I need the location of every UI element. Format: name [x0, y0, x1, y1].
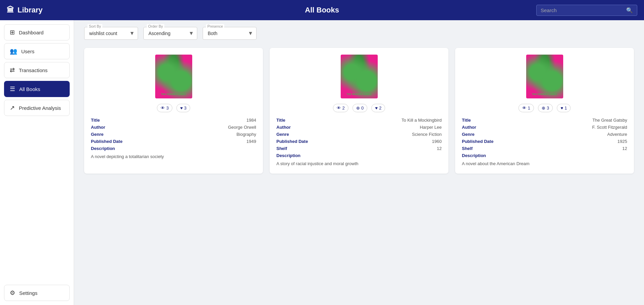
detail-label: Title	[91, 118, 100, 123]
main-content: Sort By wishlist count title author publ…	[74, 20, 644, 305]
sidebar-item-label: Users	[21, 49, 34, 54]
book-card-1984: 👁 3 ♥ 3 Title 1984 Author George Orwell	[84, 48, 263, 174]
detail-label: Description	[91, 146, 115, 151]
book-detail-author: Author F. Scott Fitzgerald	[462, 125, 627, 130]
eye-icon: 👁	[337, 105, 341, 111]
book-detail-shelf: Shelf 12	[462, 146, 627, 151]
brand-icon: 🏛	[7, 6, 14, 14]
detail-label: Published Date	[91, 139, 123, 144]
detail-value: George Orwell	[228, 125, 256, 130]
heart-icon: ♥	[180, 105, 183, 111]
book-cover-image-mockingbird	[341, 55, 378, 98]
sort-by-label: Sort By	[88, 24, 102, 28]
book-cover-gatsby	[462, 55, 627, 98]
sort-by-select[interactable]: wishlist count title author published da…	[84, 27, 138, 40]
detail-value: 1960	[432, 139, 442, 144]
detail-label: Description	[276, 153, 301, 158]
detail-label: Shelf	[462, 146, 473, 151]
book-detail-author: Author George Orwell	[91, 125, 256, 130]
book-detail-title: Title To Kill a Mockingbird	[276, 118, 442, 123]
detail-value: F. Scott Fitzgerald	[592, 125, 627, 130]
book-detail-published: Published Date 1949	[91, 139, 256, 144]
book-cover-image-1984	[155, 55, 192, 98]
views-count: 2	[342, 105, 345, 111]
detail-label: Genre	[462, 132, 475, 137]
gear-icon: ⚙	[10, 289, 15, 297]
heart-icon: ♥	[561, 105, 563, 111]
sidebar-item-predictive-analysis[interactable]: ↗ Predictive Analysis	[4, 100, 70, 116]
book-description-1984: A novel depicting a totalitarian society	[91, 154, 256, 160]
detail-label: Author	[91, 125, 105, 130]
detail-label: Shelf	[276, 146, 287, 151]
book-cover-1984	[91, 55, 256, 98]
stack-icon: ⊕	[356, 105, 360, 111]
order-by-group: Order By Ascending Descending ▼	[143, 27, 197, 40]
grid-icon: ⊞	[10, 29, 15, 36]
book-card-mockingbird: 👁 2 ⊕ 0 ♥ 2 Title To Kill a Mockingbird	[270, 48, 448, 174]
book-description-mockingbird: A story of racial injustice and moral gr…	[276, 161, 442, 167]
eye-icon: 👁	[522, 105, 527, 111]
detail-label: Description	[462, 153, 486, 158]
sidebar-item-label: Transactions	[19, 67, 47, 73]
book-detail-author: Author Harper Lee	[276, 125, 442, 130]
book-stats-gatsby: 👁 1 ⊕ 3 ♥ 1	[462, 104, 627, 112]
sidebar-item-label: Dashboard	[19, 30, 43, 35]
detail-value: Science Fiction	[412, 132, 442, 137]
layout: ⊞ Dashboard 👥 Users ⇄ Transactions ☰ All…	[0, 20, 644, 305]
views-count: 1	[528, 105, 530, 111]
book-stats-1984: 👁 3 ♥ 3	[91, 104, 256, 112]
sidebar-item-all-books[interactable]: ☰ All Books	[4, 81, 70, 97]
detail-value: Biography	[236, 132, 256, 137]
views-badge-mockingbird: 👁 2	[333, 104, 348, 112]
search-input[interactable]	[541, 7, 623, 13]
arrows-icon: ⇄	[10, 66, 15, 74]
sidebar-item-users[interactable]: 👥 Users	[4, 43, 70, 59]
views-badge-gatsby: 👁 1	[518, 104, 534, 112]
book-stats-mockingbird: 👁 2 ⊕ 0 ♥ 2	[276, 104, 442, 112]
users-icon: 👥	[10, 48, 17, 55]
order-by-select[interactable]: Ascending Descending	[143, 27, 197, 40]
order-by-label: Order By	[147, 24, 164, 28]
book-detail-genre: Genre Biography	[91, 132, 256, 137]
top-nav: 🏛 Library All Books 🔍	[0, 0, 644, 20]
book-detail-genre: Genre Adventure	[462, 132, 627, 137]
book-detail-published: Published Date 1925	[462, 139, 627, 144]
sidebar-item-dashboard[interactable]: ⊞ Dashboard	[4, 24, 70, 40]
sidebar-item-settings[interactable]: ⚙ Settings	[4, 285, 70, 301]
chart-icon: ↗	[10, 104, 15, 112]
detail-value: 1925	[617, 139, 627, 144]
books-grid: 👁 3 ♥ 3 Title 1984 Author George Orwell	[84, 48, 634, 174]
detail-label: Published Date	[276, 139, 308, 144]
sidebar-item-label: Predictive Analysis	[19, 105, 61, 111]
books-icon: ☰	[10, 85, 15, 93]
detail-label: Genre	[91, 132, 104, 137]
sidebar-item-label: Settings	[19, 290, 37, 296]
hearts-count: 3	[184, 105, 187, 111]
search-box[interactable]: 🔍	[536, 5, 637, 16]
book-description-gatsby: A novel about the American Dream	[462, 161, 627, 167]
stacks-count: 3	[547, 105, 549, 111]
detail-value: 12	[437, 146, 442, 151]
hearts-count: 1	[565, 105, 567, 111]
detail-value: 1949	[246, 139, 256, 144]
detail-label: Title	[462, 118, 471, 123]
detail-label: Author	[462, 125, 476, 130]
book-cover-image-gatsby	[526, 55, 563, 98]
book-detail-desc-label: Description	[91, 146, 256, 151]
hearts-badge-mockingbird: ♥ 2	[371, 104, 385, 112]
detail-value: To Kill a Mockingbird	[402, 118, 442, 123]
sidebar-item-label: All Books	[19, 86, 40, 92]
presence-select[interactable]: Both Physical Digital	[203, 27, 257, 40]
search-icon: 🔍	[626, 7, 633, 13]
stacks-count: 0	[361, 105, 364, 111]
hearts-badge-1984: ♥ 3	[176, 104, 190, 112]
sort-by-group: Sort By wishlist count title author publ…	[84, 27, 138, 40]
book-detail-published: Published Date 1960	[276, 139, 442, 144]
stacks-badge-gatsby: ⊕ 3	[538, 104, 553, 112]
filters-bar: Sort By wishlist count title author publ…	[84, 27, 634, 40]
sidebar-item-transactions[interactable]: ⇄ Transactions	[4, 62, 70, 78]
eye-icon: 👁	[161, 105, 165, 111]
detail-value: Harper Lee	[420, 125, 442, 130]
brand-label: Library	[18, 6, 43, 14]
book-detail-shelf: Shelf 12	[276, 146, 442, 151]
